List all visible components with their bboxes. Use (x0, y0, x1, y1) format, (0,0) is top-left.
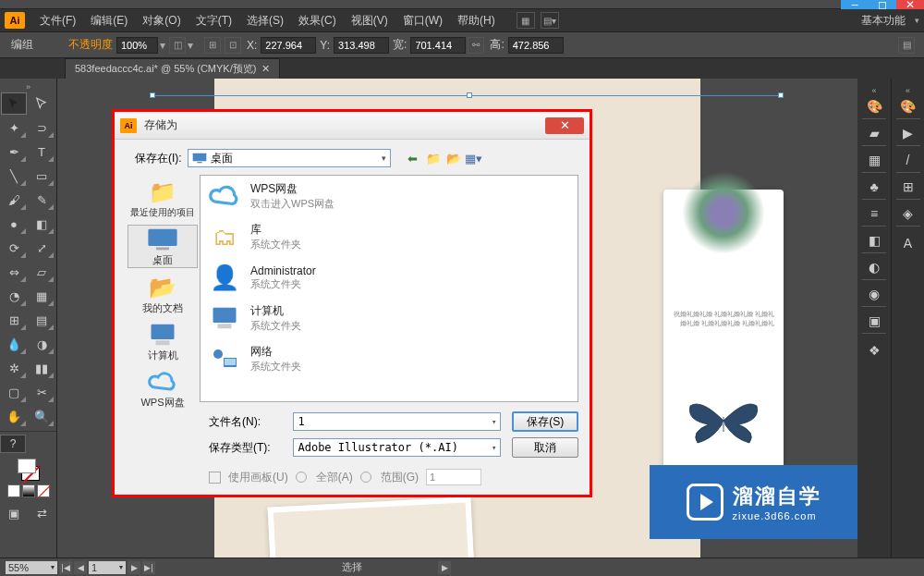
chevron-down-icon[interactable]: ▾ (492, 417, 496, 426)
file-item-admin[interactable]: 👤 Administrator系统文件夹 (201, 257, 578, 298)
symbol-sprayer-tool[interactable]: ✲ (1, 357, 27, 379)
rotate-tool[interactable]: ⟳ (1, 237, 27, 259)
dialog-titlebar[interactable]: Ai 存储为 ✕ (115, 112, 590, 140)
status-play-button[interactable]: ▶ (438, 561, 451, 574)
graphic-styles-panel-icon[interactable]: ▣ (862, 313, 886, 334)
column-graph-tool[interactable]: ▮▮ (29, 357, 55, 379)
range-input[interactable] (426, 469, 481, 485)
filename-input[interactable]: ▾ (293, 412, 501, 431)
layers-panel-icon[interactable]: ❖ (862, 340, 886, 361)
file-list[interactable]: WPS网盘双击进入WPS网盘 🗂 库系统文件夹 👤 Administrator系… (200, 175, 578, 402)
nav-up-icon[interactable]: 📁 (424, 150, 443, 166)
link-wh-icon[interactable]: ⚯ (468, 37, 484, 54)
opacity-label[interactable]: 不透明度 (68, 37, 113, 53)
range-radio[interactable] (360, 472, 371, 483)
arrange-docs-icon[interactable]: ▤▾ (541, 12, 559, 29)
pencil-tool[interactable]: ✎ (29, 189, 55, 211)
line-tool[interactable]: ╲ (1, 165, 27, 187)
save-button[interactable]: 保存(S) (512, 411, 578, 432)
artboard-number[interactable]: 1▾ (89, 561, 126, 574)
paintbrush-tool[interactable]: 🖌 (1, 189, 27, 211)
control-menu-icon[interactable]: ▤ (898, 37, 915, 54)
filetype-combo[interactable]: Adobe Illustrator (*.AI) ▾ (293, 438, 501, 457)
fill-swatch[interactable] (18, 459, 36, 473)
zoom-combo[interactable]: 55%▾ (6, 561, 57, 574)
appearance-panel-icon[interactable]: ◉ (862, 287, 886, 307)
menu-window[interactable]: 窗口(W) (395, 13, 450, 29)
chevron-down-icon[interactable]: ▾ (492, 443, 496, 452)
brushes-panel-icon[interactable]: ▦ (862, 153, 886, 173)
free-transform-tool[interactable]: ▱ (29, 261, 55, 283)
document-tab-close[interactable]: ✕ (261, 63, 270, 75)
artboard-next-button[interactable]: ▶ (128, 561, 140, 574)
panel-collapse-icon-2[interactable]: « (906, 86, 910, 95)
dialog-close-button[interactable]: ✕ (545, 117, 584, 134)
color-panel-icon[interactable]: 🎨 (862, 99, 886, 119)
color-mode-none[interactable] (37, 484, 50, 497)
artboard-prev-button[interactable]: ◀ (74, 561, 87, 574)
w-input[interactable] (410, 37, 466, 54)
transparency-panel-icon[interactable]: ◐ (862, 260, 886, 280)
perspective-tool[interactable]: ▦ (29, 285, 55, 307)
nav-viewmenu-icon[interactable]: ▦▾ (465, 150, 483, 166)
para-panel-icon[interactable]: A (896, 233, 920, 253)
menu-type[interactable]: 文字(T) (188, 13, 239, 29)
pathfinder-panel-icon[interactable]: / (896, 153, 920, 173)
blend-tool[interactable]: ◑ (29, 333, 55, 355)
y-input[interactable] (334, 37, 389, 54)
file-item-wps[interactable]: WPS网盘双击进入WPS网盘 (201, 176, 578, 216)
screen-mode-toggle[interactable]: ⇄ (29, 502, 55, 524)
color-picker[interactable] (0, 459, 56, 497)
menu-view[interactable]: 视图(V) (344, 13, 395, 29)
stroke-panel-icon[interactable]: ≡ (862, 206, 886, 227)
all-radio[interactable] (296, 472, 307, 483)
use-artboards-checkbox[interactable] (209, 472, 221, 484)
transform-panel-icon[interactable]: ⊞ (896, 179, 920, 200)
file-item-network[interactable]: 网络系统文件夹 (201, 338, 578, 379)
gradient-panel-icon[interactable]: ◧ (862, 233, 886, 253)
workspace-switcher[interactable]: 基本功能 (861, 13, 906, 29)
x-input[interactable] (261, 37, 316, 54)
menu-edit[interactable]: 编辑(E) (83, 13, 135, 29)
menu-select[interactable]: 选择(S) (239, 13, 291, 29)
opacity-input[interactable] (116, 37, 158, 54)
window-close-button[interactable]: ✕ (896, 0, 924, 9)
artboard-tool[interactable]: ▢ (1, 381, 27, 403)
place-desktop[interactable]: 桌面 (128, 225, 198, 268)
panel-collapse-icon[interactable]: « (871, 86, 876, 95)
nav-newfolder-icon[interactable]: 📂 (444, 150, 463, 166)
menu-object[interactable]: 对象(O) (135, 13, 188, 29)
screen-mode-normal[interactable]: ▣ (1, 502, 27, 524)
shape-builder-tool[interactable]: ◔ (1, 285, 27, 307)
magic-wand-tool[interactable]: ✦ (1, 116, 27, 139)
gradient-tool[interactable]: ▤ (29, 309, 55, 331)
symbols-panel-icon[interactable]: ♣ (862, 179, 886, 200)
type-tool[interactable]: T (29, 141, 55, 163)
swatches-panel-icon[interactable]: ▰ (862, 126, 886, 146)
scale-tool[interactable]: ⤢ (29, 237, 55, 259)
window-maximize-button[interactable]: ◻ (869, 0, 896, 9)
artboard-last-button[interactable]: ▶| (142, 561, 155, 574)
document-tab[interactable]: 583feedaccc4c.ai* @ 55% (CMYK/预览) ✕ (65, 58, 280, 79)
menu-file[interactable]: 文件(F) (32, 13, 83, 29)
tools-grip[interactable]: » (0, 82, 56, 92)
place-computer[interactable]: 计算机 (128, 321, 198, 362)
direct-selection-tool[interactable] (29, 92, 55, 115)
menu-help[interactable]: 帮助(H) (450, 13, 503, 29)
rectangle-tool[interactable]: ▭ (29, 165, 55, 187)
window-minimize-button[interactable]: – (841, 0, 869, 9)
pen-tool[interactable]: ✒ (1, 141, 27, 163)
bridge-icon[interactable]: ▦ (517, 12, 535, 29)
align-icon[interactable]: ⊞ (204, 37, 221, 54)
save-in-combo[interactable]: 桌面 ▾ (188, 149, 391, 167)
eyedropper-tool[interactable]: 💧 (1, 333, 27, 355)
help-tool[interactable]: ? (0, 435, 26, 453)
eraser-tool[interactable]: ◧ (29, 213, 55, 235)
color-mode-solid[interactable] (7, 484, 20, 497)
nav-back-icon[interactable]: ⬅ (404, 150, 422, 166)
file-item-computer[interactable]: 计算机系统文件夹 (201, 298, 578, 338)
color-mode-gradient[interactable] (22, 484, 35, 497)
mesh-tool[interactable]: ⊞ (1, 309, 27, 331)
width-tool[interactable]: ⇔ (1, 261, 27, 283)
zoom-tool[interactable]: 🔍 (29, 405, 55, 427)
